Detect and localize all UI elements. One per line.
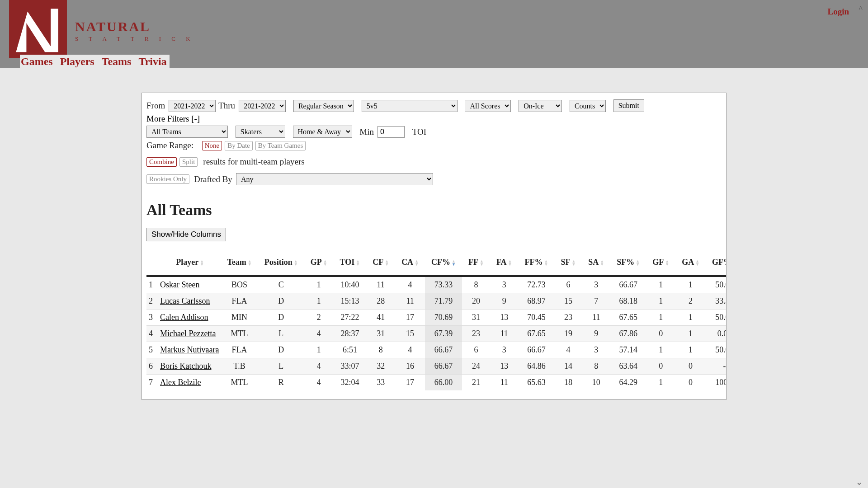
nav-teams[interactable]: Teams [102,56,132,68]
player-cell: Lucas Carlsson [159,293,221,310]
stat-cell: 66.00 [425,375,462,391]
stat-cell: 73.33 [425,276,462,293]
col-header[interactable]: CF▲▼ [366,249,395,276]
from-label: From [146,101,165,111]
stat-cell: FLA [221,342,258,358]
col-header[interactable]: SA▲▼ [582,249,610,276]
row-index: 2 [146,293,159,310]
gamerange-none-button[interactable]: None [202,141,222,150]
counts-select[interactable]: Counts [570,100,606,112]
onice-select[interactable]: On-Ice [519,100,562,112]
stat-cell: 1 [675,310,706,326]
drafted-select[interactable]: Any [236,173,433,185]
stat-cell: 100.0 [706,375,726,391]
stat-cell: 72.73 [518,276,554,293]
submit-button[interactable]: Submit [613,99,644,112]
stat-cell: 66.67 [518,342,554,358]
col-header[interactable]: Team▲▼ [221,249,258,276]
player-link[interactable]: Lucas Carlsson [160,296,210,305]
stat-cell: L [258,326,304,342]
stat-cell: 10 [582,375,610,391]
stat-cell: 24 [462,358,490,375]
player-link[interactable]: Alex Belzile [160,378,201,387]
col-header[interactable]: GA▲▼ [675,249,706,276]
col-header[interactable]: FF%▲▼ [518,249,554,276]
login-link[interactable]: Login [827,7,849,17]
col-header[interactable]: Position▲▼ [258,249,304,276]
nav-trivia[interactable]: Trivia [138,56,166,68]
player-link[interactable]: Michael Pezzetta [160,329,216,338]
stat-cell: 16 [395,358,425,375]
sort-arrows-icon: ▲▼ [544,260,548,266]
gamerange-team-button[interactable]: By Team Games [255,141,306,150]
scores-select[interactable]: All Scores [465,100,511,112]
stat-cell: 32 [366,358,395,375]
col-header[interactable]: GF▲▼ [646,249,675,276]
col-header[interactable]: FF▲▼ [462,249,490,276]
team-select[interactable]: All Teams [146,126,228,138]
stat-cell: BOS [221,276,258,293]
col-header[interactable]: SF▲▼ [554,249,582,276]
table-row: 1Oskar SteenBOSC110:4011473.338372.73636… [146,276,726,293]
stat-cell: 11 [395,293,425,310]
stat-cell: 67.65 [610,310,646,326]
situation-select[interactable]: 5v5 [362,100,458,112]
player-link[interactable]: Calen Addison [160,313,208,322]
col-header[interactable]: TOI▲▼ [334,249,367,276]
col-header[interactable]: Player▲▼ [159,249,221,276]
thru-select[interactable]: 2021-2022 [239,100,286,112]
gamerange-date-button[interactable]: By Date [225,141,253,150]
showhide-columns-button[interactable]: Show/Hide Columns [146,228,226,241]
brand-main: NATURAL [75,19,195,34]
stat-cell: MTL [221,375,258,391]
from-select[interactable]: 2021-2022 [169,100,216,112]
brand-text: NATURAL S T A T T R I C K [75,19,195,42]
row-index: 6 [146,358,159,375]
scroll-up-icon: ^ [859,5,863,14]
stat-cell: 4 [395,276,425,293]
col-header[interactable]: GP▲▼ [304,249,334,276]
stat-cell: L [258,358,304,375]
nav-games[interactable]: Games [21,56,53,68]
filters: From 2021-2022 Thru 2021-2022 Regular Se… [142,99,726,185]
col-header[interactable]: GF%▲▼ [706,249,726,276]
rookies-button[interactable]: Rookies Only [146,174,189,184]
stat-cell: 3 [582,342,610,358]
stat-cell: 11 [490,326,519,342]
player-link[interactable]: Oskar Steen [160,280,199,289]
stat-cell: 33 [366,375,395,391]
col-header[interactable]: FA▲▼ [490,249,519,276]
location-select[interactable]: Home & Away [293,126,352,138]
col-header[interactable]: CF%▲▼ [425,249,462,276]
stat-cell: 33:07 [334,358,367,375]
row-index: 5 [146,342,159,358]
stat-cell: 57.14 [610,342,646,358]
stat-cell: 1 [304,293,334,310]
drafted-label: Drafted By [194,174,232,184]
min-input[interactable] [377,126,405,138]
table-row: 4Michael PezzettaMTLL428:37311567.392311… [146,326,726,342]
player-link[interactable]: Markus Nutivaara [160,345,219,354]
more-filters-toggle[interactable]: More Filters [-] [146,114,200,124]
col-header[interactable]: SF%▲▼ [610,249,646,276]
stat-cell: 3 [490,276,519,293]
stat-cell: T.B [221,358,258,375]
stat-cell: 11 [582,310,610,326]
combine-button[interactable]: Combine [146,157,177,167]
col-header[interactable]: CA▲▼ [395,249,425,276]
stat-cell: 8 [462,276,490,293]
sort-arrows-icon: ▲▼ [571,260,576,266]
stat-cell: 19 [554,326,582,342]
stat-cell: 2 [304,310,334,326]
stat-cell: 1 [675,276,706,293]
stat-cell: 1 [646,293,675,310]
stat-cell: 0 [646,358,675,375]
logo-icon[interactable] [9,0,67,58]
sort-arrows-icon: ▲▼ [480,260,484,266]
seasontype-select[interactable]: Regular Season [293,100,354,112]
stat-cell: 20 [462,293,490,310]
player-link[interactable]: Boris Katchouk [160,361,211,371]
position-select[interactable]: Skaters [236,126,285,138]
split-button[interactable]: Split [179,157,198,167]
nav-players[interactable]: Players [60,56,94,68]
